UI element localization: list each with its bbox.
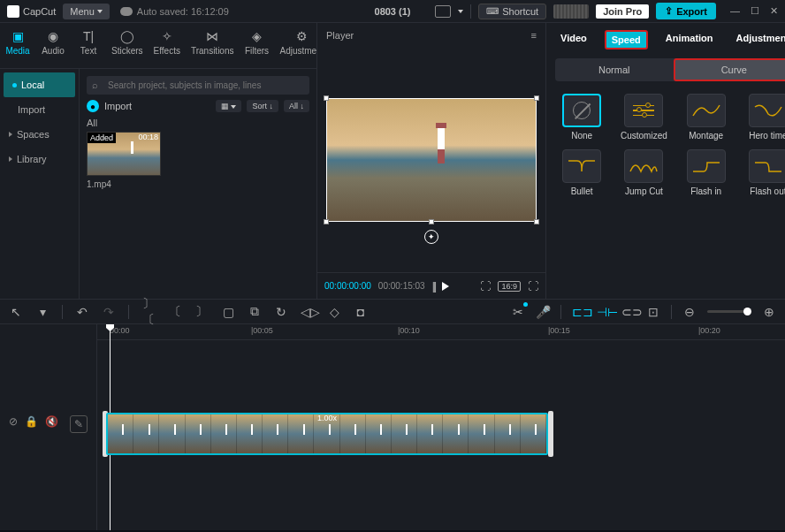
pointer-tool[interactable]: ↖ xyxy=(9,305,23,319)
lock-track-icon[interactable]: 🔒 xyxy=(25,415,38,433)
sort-button[interactable]: Sort ↓ xyxy=(247,100,278,112)
join-pro-button[interactable]: Join Pro xyxy=(596,4,649,19)
sidebar-item-import[interactable]: Import xyxy=(0,97,79,122)
asset-tabs: ▣Media ◉Audio T|Text ◯Stickers ✧Effects … xyxy=(0,23,316,69)
mic-button[interactable]: 🎤 xyxy=(536,305,550,319)
export-button[interactable]: ⇪ Export xyxy=(656,3,716,19)
sidebar-item-local[interactable]: Local xyxy=(4,72,75,97)
hide-track-icon[interactable]: ⊘ xyxy=(9,415,18,433)
resize-handle-br[interactable] xyxy=(534,219,539,224)
undo-button[interactable]: ↶ xyxy=(75,305,89,319)
resize-handle-mb[interactable] xyxy=(429,219,434,224)
preset-customized[interactable]: Customized xyxy=(617,94,670,141)
zoom-knob[interactable] xyxy=(743,308,751,315)
tab-filters[interactable]: ◈Filters xyxy=(240,23,275,68)
sidebar-item-library[interactable]: Library xyxy=(0,147,79,171)
tab-speed[interactable]: Speed xyxy=(605,30,648,49)
speed-mode-toggle: Normal Curve xyxy=(555,58,785,81)
player-viewport[interactable]: ✦ xyxy=(317,48,545,272)
prev-frame-button[interactable]: ||| xyxy=(432,280,435,293)
fullscreen-button[interactable]: ⛶ xyxy=(528,280,538,293)
tab-media[interactable]: ▣Media xyxy=(0,23,35,68)
shortcut-button[interactable]: ⌨ Shortcut xyxy=(478,4,546,19)
search-input[interactable] xyxy=(87,76,309,95)
filter-all-button[interactable]: All ↓ xyxy=(284,100,309,112)
magnet-tool[interactable]: ⊏⊐ xyxy=(572,305,586,319)
redo-button[interactable]: ↷ xyxy=(102,305,116,319)
audio-icon: ◉ xyxy=(44,28,62,44)
chevron-down-icon[interactable]: ▾ xyxy=(35,305,50,319)
timeline-tracks[interactable]: 00:00 |00:05 |00:10 |00:15 |00:20 1.00x xyxy=(97,324,785,530)
sidebar-item-spaces[interactable]: Spaces xyxy=(0,122,79,147)
timeline-ruler[interactable]: 00:00 |00:05 |00:10 |00:15 |00:20 xyxy=(97,324,785,340)
tab-audio[interactable]: ◉Audio xyxy=(35,23,71,68)
lighthouse-mini xyxy=(131,141,133,154)
copy-tool[interactable]: ⧉ xyxy=(248,304,262,319)
clip-speed-label: 1.00x xyxy=(317,414,337,422)
preset-none[interactable]: None xyxy=(555,94,608,141)
speed-mode-curve[interactable]: Curve xyxy=(674,58,785,81)
tab-animation[interactable]: Animation xyxy=(660,30,719,49)
play-button[interactable] xyxy=(442,282,449,291)
tab-text[interactable]: T|Text xyxy=(71,23,106,68)
zoom-slider[interactable] xyxy=(707,310,751,313)
close-button[interactable]: ✕ xyxy=(770,5,778,17)
speed-mode-normal[interactable]: Normal xyxy=(555,58,674,81)
tab-adjustment[interactable]: Adjustment xyxy=(731,30,785,49)
menu-button[interactable]: Menu xyxy=(63,4,110,19)
snap-tool[interactable]: ⊣⊢ xyxy=(597,305,611,319)
delete-tool[interactable]: ▢ xyxy=(221,305,235,319)
preset-flash-in[interactable]: Flash in xyxy=(680,149,733,196)
rotate-tool[interactable]: ◇ xyxy=(327,305,341,319)
aspect-ratio-button[interactable]: 16:9 xyxy=(498,281,521,292)
import-label[interactable]: Import xyxy=(104,101,132,111)
mute-track-icon[interactable]: 🔇 xyxy=(45,415,58,433)
transform-icon[interactable]: ✦ xyxy=(424,230,438,244)
divider xyxy=(128,305,129,319)
import-add-button[interactable]: ● xyxy=(87,100,99,112)
video-clip-track[interactable]: 1.00x xyxy=(106,413,548,455)
tab-transitions[interactable]: ⋈Transitions xyxy=(186,23,240,68)
preset-hero-time[interactable]: Hero time xyxy=(742,94,785,141)
search-icon: ⌕ xyxy=(92,80,98,90)
preset-bullet[interactable]: Bullet xyxy=(555,149,608,196)
player-menu-button[interactable]: ≡ xyxy=(531,30,537,41)
reverse-tool[interactable]: ↻ xyxy=(274,305,288,319)
crop-icon[interactable]: ⛶ xyxy=(480,280,491,293)
upload-icon: ⇪ xyxy=(665,5,673,17)
zoom-in-button[interactable]: ⊕ xyxy=(762,305,776,319)
preset-jump-cut[interactable]: Jump Cut xyxy=(617,149,670,196)
mirror-tool[interactable]: ◁▷ xyxy=(301,305,315,319)
tab-video[interactable]: Video xyxy=(555,30,592,49)
player-controls: 00:00:00:00 00:00:15:03 ||| ⛶ 16:9 ⛶ xyxy=(317,272,545,299)
trim-right-tool[interactable]: 〕 xyxy=(194,304,209,320)
resize-handle-bl[interactable] xyxy=(324,219,329,224)
resize-handle-tr[interactable] xyxy=(534,95,539,101)
split-tool[interactable]: 〕〔 xyxy=(141,296,156,328)
zoom-out-button[interactable]: ⊖ xyxy=(682,305,697,319)
layout-icon[interactable] xyxy=(435,5,451,18)
chevron-down-icon[interactable] xyxy=(458,10,463,13)
timeline-track-header: ⊘ 🔒 🔇 ✎ xyxy=(0,324,97,530)
tab-stickers[interactable]: ◯Stickers xyxy=(106,23,149,68)
clip-handle-right[interactable] xyxy=(548,411,553,457)
media-clip[interactable]: Added 00:18 1.mp4 xyxy=(87,132,161,189)
crop-tool[interactable]: ◘ xyxy=(354,305,368,319)
preset-flash-out[interactable]: Flash out xyxy=(742,149,785,196)
maximize-button[interactable]: ☐ xyxy=(751,5,759,17)
autosave-text: Auto saved: 16:12:09 xyxy=(137,6,229,17)
trim-left-tool[interactable]: 〔 xyxy=(168,304,182,320)
auto-cut-button[interactable]: ✂ xyxy=(511,305,525,319)
video-frame[interactable]: ✦ xyxy=(326,98,537,222)
jumpcut-curve-icon xyxy=(629,156,659,177)
tab-label: Audio xyxy=(42,46,65,56)
tab-effects[interactable]: ✧Effects xyxy=(149,23,186,68)
grid-view-button[interactable]: ▦ xyxy=(216,100,242,112)
minimize-button[interactable]: — xyxy=(730,5,740,17)
preview-tool[interactable]: ⊡ xyxy=(646,305,660,319)
tab-label: Media xyxy=(5,46,29,56)
link-tool[interactable]: ⊂⊃ xyxy=(621,305,636,319)
preset-montage[interactable]: Montage xyxy=(680,94,733,141)
resize-handle-tl[interactable] xyxy=(324,95,329,101)
edit-track-button[interactable]: ✎ xyxy=(70,415,88,433)
